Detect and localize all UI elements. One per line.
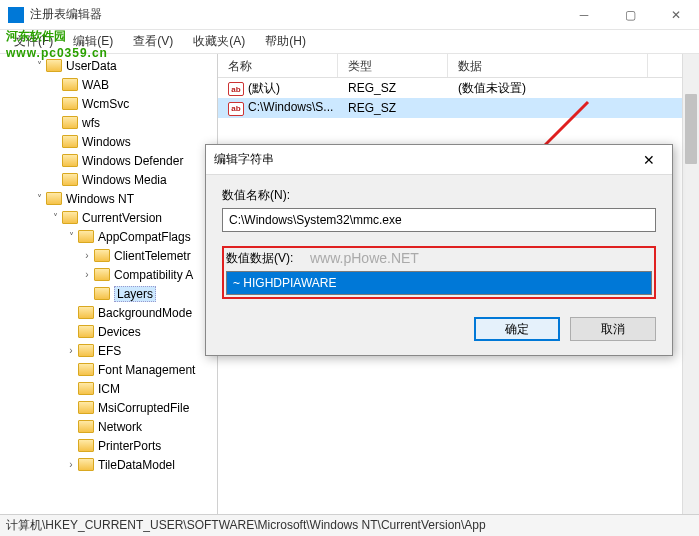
tree-item[interactable]: Layers (0, 284, 217, 303)
menu-favorites[interactable]: 收藏夹(A) (185, 31, 253, 52)
dialog-body: 数值名称(N): 数值数据(V): 确定 取消 (206, 175, 672, 355)
close-button[interactable]: ✕ (653, 0, 699, 30)
tree-item[interactable]: ›EFS (0, 341, 217, 360)
tree-item[interactable]: WcmSvc (0, 94, 217, 113)
expander-icon[interactable] (64, 440, 78, 451)
folder-icon (78, 382, 94, 395)
list-row[interactable]: abC:\Windows\S...REG_SZ (218, 98, 699, 118)
status-bar: 计算机\HKEY_CURRENT_USER\SOFTWARE\Microsoft… (0, 514, 699, 536)
folder-icon (46, 59, 62, 72)
tree-item[interactable]: Network (0, 417, 217, 436)
tree-item[interactable]: ˅Windows NT (0, 189, 217, 208)
tree-item[interactable]: Font Management (0, 360, 217, 379)
expander-icon[interactable] (80, 288, 94, 299)
ok-button[interactable]: 确定 (474, 317, 560, 341)
window-titlebar: 注册表编辑器 ─ ▢ ✕ (0, 0, 699, 30)
dialog-close-button[interactable]: ✕ (634, 152, 664, 168)
tree-label: MsiCorruptedFile (98, 401, 189, 415)
menu-edit[interactable]: 编辑(E) (65, 31, 121, 52)
maximize-button[interactable]: ▢ (607, 0, 653, 30)
expander-icon[interactable]: ˅ (48, 212, 62, 223)
list-header: 名称 类型 数据 (218, 54, 699, 78)
folder-icon (78, 458, 94, 471)
tree-item[interactable]: ˅UserData (0, 56, 217, 75)
expander-icon[interactable] (48, 79, 62, 90)
status-path: 计算机\HKEY_CURRENT_USER\SOFTWARE\Microsoft… (6, 517, 486, 534)
tree-label: WcmSvc (82, 97, 129, 111)
scrollbar-thumb[interactable] (685, 94, 697, 164)
expander-icon[interactable]: ˅ (32, 193, 46, 204)
col-type[interactable]: 类型 (338, 54, 448, 77)
tree-label: Windows Media (82, 173, 167, 187)
vertical-scrollbar[interactable] (682, 54, 699, 514)
dialog-titlebar[interactable]: 编辑字符串 ✕ (206, 145, 672, 175)
list-row[interactable]: ab(默认)REG_SZ(数值未设置) (218, 78, 699, 98)
tree-label: Compatibility A (114, 268, 193, 282)
folder-icon (62, 116, 78, 129)
tree-label: AppCompatFlags (98, 230, 191, 244)
edit-string-dialog: 编辑字符串 ✕ 数值名称(N): 数值数据(V): 确定 取消 (205, 144, 673, 356)
expander-icon[interactable] (64, 402, 78, 413)
folder-icon (94, 249, 110, 262)
expander-icon[interactable] (64, 421, 78, 432)
expander-icon[interactable] (48, 117, 62, 128)
cancel-button[interactable]: 取消 (570, 317, 656, 341)
tree-item[interactable]: BackgroundMode (0, 303, 217, 322)
minimize-button[interactable]: ─ (561, 0, 607, 30)
tree-item[interactable]: wfs (0, 113, 217, 132)
tree-item[interactable]: WAB (0, 75, 217, 94)
col-name[interactable]: 名称 (218, 54, 338, 77)
menu-help[interactable]: 帮助(H) (257, 31, 314, 52)
tree-label: CurrentVersion (82, 211, 162, 225)
window-title: 注册表编辑器 (30, 6, 561, 23)
folder-icon (62, 78, 78, 91)
col-data[interactable]: 数据 (448, 54, 648, 77)
expander-icon[interactable] (64, 326, 78, 337)
expander-icon[interactable] (48, 155, 62, 166)
expander-icon[interactable] (48, 174, 62, 185)
tree-item[interactable]: Windows (0, 132, 217, 151)
folder-icon (78, 363, 94, 376)
string-value-icon: ab (228, 82, 244, 96)
folder-icon (94, 287, 110, 300)
tree-item[interactable]: ICM (0, 379, 217, 398)
value-name-input[interactable] (222, 208, 656, 232)
expander-icon[interactable] (48, 136, 62, 147)
cell-name: C:\Windows\S... (248, 100, 333, 114)
value-data-input[interactable] (226, 271, 652, 295)
expander-icon[interactable]: › (64, 459, 78, 470)
tree-item[interactable]: ›Compatibility A (0, 265, 217, 284)
expander-icon[interactable] (48, 98, 62, 109)
expander-icon[interactable]: › (80, 269, 94, 280)
expander-icon[interactable] (64, 307, 78, 318)
tree-item[interactable]: ˅AppCompatFlags (0, 227, 217, 246)
tree-item[interactable]: Windows Defender (0, 151, 217, 170)
registry-tree[interactable]: ˅UserData WAB WcmSvc wfs Windows Windows… (0, 54, 218, 514)
tree-item[interactable]: ˅CurrentVersion (0, 208, 217, 227)
tree-label: ICM (98, 382, 120, 396)
folder-icon (62, 97, 78, 110)
folder-icon (78, 306, 94, 319)
string-value-icon: ab (228, 102, 244, 116)
tree-item[interactable]: ›TileDataModel (0, 455, 217, 474)
menu-view[interactable]: 查看(V) (125, 31, 181, 52)
folder-icon (94, 268, 110, 281)
expander-icon[interactable]: › (64, 345, 78, 356)
tree-item[interactable]: MsiCorruptedFile (0, 398, 217, 417)
tree-item[interactable]: PrinterPorts (0, 436, 217, 455)
expander-icon[interactable] (64, 383, 78, 394)
folder-icon (78, 230, 94, 243)
tree-item[interactable]: ›ClientTelemetr (0, 246, 217, 265)
expander-icon[interactable]: ˅ (64, 231, 78, 242)
tree-label: EFS (98, 344, 121, 358)
menu-bar: 文件(F) 编辑(E) 查看(V) 收藏夹(A) 帮助(H) (0, 30, 699, 54)
tree-item[interactable]: Windows Media (0, 170, 217, 189)
tree-label: Network (98, 420, 142, 434)
expander-icon[interactable]: › (80, 250, 94, 261)
tree-item[interactable]: Devices (0, 322, 217, 341)
expander-icon[interactable] (64, 364, 78, 375)
cell-data: (数值未设置) (448, 78, 648, 99)
tree-label: Devices (98, 325, 141, 339)
menu-file[interactable]: 文件(F) (6, 31, 61, 52)
expander-icon[interactable]: ˅ (32, 60, 46, 71)
